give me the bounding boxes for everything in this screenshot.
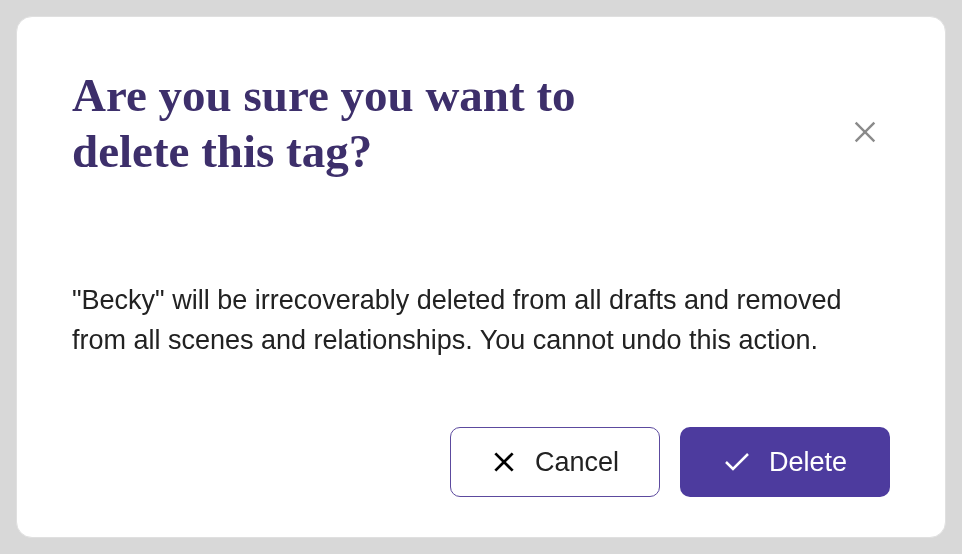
delete-button-label: Delete xyxy=(769,447,847,478)
dialog-message: "Becky" will be irrecoverably deleted fr… xyxy=(72,280,890,427)
cancel-button-label: Cancel xyxy=(535,447,619,478)
dialog-title: Are you sure you want to delete this tag… xyxy=(72,67,692,180)
x-icon xyxy=(491,449,517,475)
delete-button[interactable]: Delete xyxy=(680,427,890,497)
cancel-button[interactable]: Cancel xyxy=(450,427,660,497)
close-button[interactable] xyxy=(845,112,885,152)
check-icon xyxy=(723,452,751,472)
confirm-delete-dialog: Are you sure you want to delete this tag… xyxy=(16,16,946,538)
dialog-actions: Cancel Delete xyxy=(72,427,890,497)
close-icon xyxy=(851,118,879,146)
